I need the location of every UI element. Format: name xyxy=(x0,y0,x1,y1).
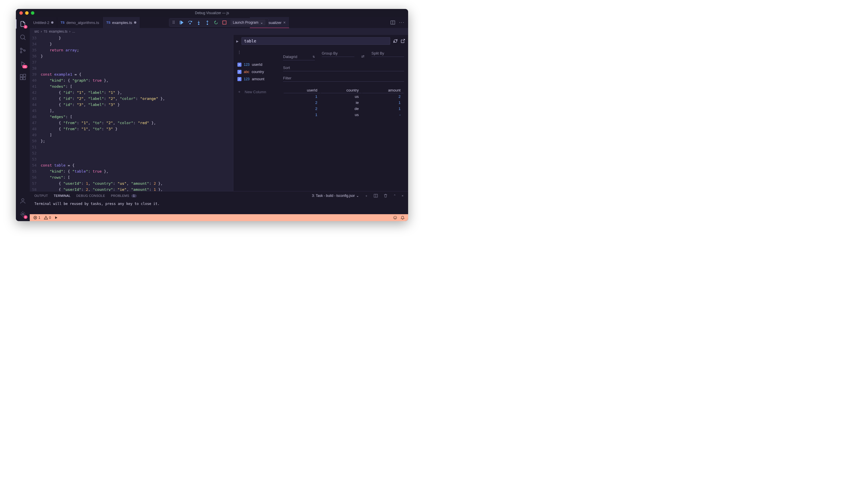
panel-tab-debug-console[interactable]: DEBUG CONSOLE xyxy=(76,194,105,197)
tab-demo-algorithms[interactable]: TS demo_algorithms.ts xyxy=(57,17,103,28)
errors-button[interactable]: 1 xyxy=(33,216,40,220)
viz-menu-icon[interactable]: ⋮ xyxy=(237,50,278,54)
popout-icon[interactable] xyxy=(401,39,405,43)
terminal-selector[interactable]: 3: Task - build - tsconfig.jsor ⌄ xyxy=(312,194,359,198)
window-close[interactable] xyxy=(19,11,23,15)
window-zoom[interactable] xyxy=(31,11,34,15)
column-toggle-userid[interactable]: ✓ 123 userId xyxy=(237,62,278,67)
debug-icon[interactable]: 21 xyxy=(19,60,26,67)
status-bar: 1 0 xyxy=(30,214,408,221)
tab-untitled[interactable]: Untitled-2 xyxy=(30,17,57,28)
bell-icon[interactable] xyxy=(401,216,405,220)
grip-icon[interactable]: ⠿ xyxy=(172,20,175,25)
run-task-icon[interactable] xyxy=(54,216,58,219)
tab-label: Untitled-2 xyxy=(33,20,49,25)
expand-icon[interactable]: ▸ xyxy=(236,38,238,44)
svg-point-1 xyxy=(20,48,22,50)
step-over-icon[interactable] xyxy=(188,20,192,25)
titlebar: Debug Visualizer — js xyxy=(16,9,408,17)
explorer-icon[interactable]: 2 xyxy=(19,20,26,28)
table-header[interactable]: country xyxy=(321,88,361,93)
sort-field[interactable]: Sort xyxy=(283,65,404,71)
column-toggle-amount[interactable]: ✓ 123 amount xyxy=(237,77,278,81)
table-cell: 1 xyxy=(362,100,404,105)
more-icon[interactable]: ··· xyxy=(399,20,405,25)
expression-input[interactable] xyxy=(242,37,390,45)
settings-icon[interactable]: 1 xyxy=(19,211,26,218)
table-cell: 1 xyxy=(284,94,320,99)
maximize-panel-icon[interactable]: ⌃ xyxy=(393,194,396,198)
table-cell: 1 xyxy=(362,106,404,111)
svg-point-10 xyxy=(190,23,191,24)
swap-icon[interactable]: ⇄ xyxy=(361,54,365,60)
modified-icon xyxy=(134,21,136,24)
lang-icon: TS xyxy=(61,21,65,24)
source-control-icon[interactable] xyxy=(19,47,26,54)
restart-icon[interactable] xyxy=(214,20,218,25)
table-cell: us xyxy=(321,94,361,99)
activity-bar: 2 21 1 xyxy=(16,17,30,221)
table-header[interactable]: userId xyxy=(284,88,320,93)
new-column-button[interactable]: ＋ New Column xyxy=(237,89,278,94)
window-minimize[interactable] xyxy=(25,11,29,15)
chevron-right-icon: › xyxy=(41,30,42,34)
table-cell: 2 xyxy=(362,94,404,99)
code-content[interactable]: } } return array;} const example1 = { "k… xyxy=(41,35,165,191)
warnings-button[interactable]: 0 xyxy=(44,216,51,220)
breadcrumbs[interactable]: src › TS examples.ts › ... xyxy=(30,28,408,35)
step-out-icon[interactable] xyxy=(205,20,210,25)
trash-icon[interactable] xyxy=(384,194,388,198)
visualizer-panel: ▸ ⋮ ✓ xyxy=(233,35,408,191)
table-cell: 2 xyxy=(284,100,320,105)
code-editor[interactable]: 3334353637383940414243444546474849505152… xyxy=(30,35,233,191)
svg-rect-7 xyxy=(23,74,26,76)
continue-icon[interactable] xyxy=(179,20,184,25)
crumb[interactable]: src xyxy=(34,30,39,34)
plus-icon: ＋ xyxy=(237,89,241,94)
line-gutter: 3334353637383940414243444546474849505152… xyxy=(30,35,41,191)
panel-tab-output[interactable]: OUTPUT xyxy=(34,194,48,197)
debug-badge: 21 xyxy=(22,65,28,68)
search-icon[interactable] xyxy=(19,34,26,41)
close-panel-icon[interactable]: × xyxy=(402,194,404,197)
panel-tab-problems[interactable]: PROBLEMS 1 xyxy=(111,194,137,197)
refresh-icon[interactable] xyxy=(393,39,398,43)
problems-badge: 1 xyxy=(131,194,137,197)
account-icon[interactable] xyxy=(19,197,26,204)
table-row: 2de1 xyxy=(284,106,404,111)
svg-rect-4 xyxy=(20,74,22,77)
column-toggle-country[interactable]: ✓ abc country xyxy=(237,70,278,74)
group-by-field[interactable]: Group By xyxy=(322,50,354,57)
extensions-icon[interactable] xyxy=(19,74,26,80)
svg-rect-6 xyxy=(23,77,25,80)
svg-point-17 xyxy=(394,216,397,219)
table-header[interactable]: amount xyxy=(362,88,404,93)
svg-point-9 xyxy=(22,213,24,215)
panel-tab-terminal[interactable]: TERMINAL xyxy=(54,194,70,197)
split-by-field[interactable]: Split By xyxy=(371,50,404,57)
table-row: 2ie1 xyxy=(284,100,404,105)
checkbox-checked-icon: ✓ xyxy=(237,77,242,81)
tab-label: demo_algorithms.ts xyxy=(67,20,99,25)
feedback-icon[interactable] xyxy=(393,216,397,220)
view-selector[interactable]: Datagrid ⇅ xyxy=(283,55,315,60)
crumb[interactable]: ... xyxy=(72,30,75,34)
table-cell: 1 xyxy=(284,112,320,118)
table-row: 1us2 xyxy=(284,94,404,99)
terminal-output[interactable]: Terminal will be reused by tasks, press … xyxy=(30,200,408,214)
close-icon[interactable]: × xyxy=(283,20,286,25)
filter-field[interactable]: Filter xyxy=(283,75,404,82)
tab-examples[interactable]: TS examples.ts xyxy=(103,17,140,28)
split-terminal-icon[interactable] xyxy=(374,194,378,198)
crumb[interactable]: examples.ts xyxy=(49,30,68,34)
step-into-icon[interactable] xyxy=(196,20,201,25)
split-editor-icon[interactable] xyxy=(390,20,395,25)
type-badge: abc xyxy=(244,70,249,74)
svg-rect-5 xyxy=(20,77,22,80)
launch-config-dropdown[interactable]: Launch Program ⌄ xyxy=(230,20,265,25)
svg-point-12 xyxy=(207,24,208,25)
svg-point-11 xyxy=(198,24,199,25)
svg-point-0 xyxy=(20,35,24,39)
stop-icon[interactable] xyxy=(223,20,227,24)
new-terminal-icon[interactable]: ＋ xyxy=(365,194,368,198)
